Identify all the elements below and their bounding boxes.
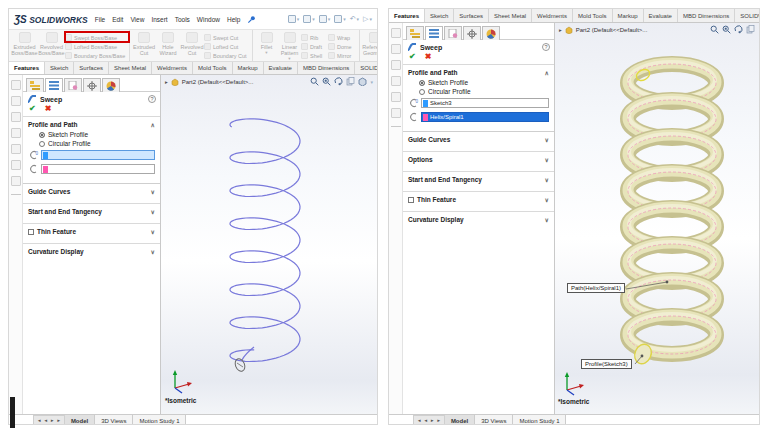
menu-help[interactable]: Help bbox=[227, 16, 240, 23]
sketch-profile-radio[interactable] bbox=[39, 132, 45, 138]
tab-model[interactable]: Model bbox=[65, 415, 95, 425]
menu-file[interactable]: File bbox=[95, 16, 105, 23]
tab-features[interactable]: Features bbox=[9, 62, 45, 74]
study-nav-arrows[interactable]: ◄◄►► bbox=[413, 415, 445, 425]
wrap-button[interactable]: Wrap bbox=[328, 33, 357, 42]
ok-check-icon[interactable]: ✔ bbox=[29, 105, 36, 113]
thin-feature-section[interactable]: Thin Feature∨ bbox=[23, 223, 160, 239]
thin-feature-checkbox[interactable] bbox=[28, 229, 34, 235]
zoom-fit-icon[interactable] bbox=[310, 77, 319, 86]
rib-button[interactable]: Rib bbox=[301, 33, 328, 42]
displaymanager-tab[interactable] bbox=[102, 78, 120, 92]
tree-expand-arrow[interactable]: ▸ bbox=[165, 79, 168, 85]
tab-3d-views[interactable]: 3D Views bbox=[95, 415, 133, 425]
display-style-icon[interactable] bbox=[346, 77, 355, 86]
strip-icon-2[interactable] bbox=[391, 44, 401, 54]
select-icon[interactable]: ▷▾ bbox=[363, 15, 372, 23]
swept-cut-button[interactable]: Swept Cut bbox=[204, 33, 250, 42]
zoom-area-icon[interactable] bbox=[722, 25, 731, 34]
circular-profile-radio[interactable] bbox=[39, 141, 45, 147]
start-end-tangency-section[interactable]: Start and End Tangency∨ bbox=[403, 171, 554, 187]
tab-surfaces[interactable]: Surfaces bbox=[454, 9, 489, 22]
graphics-viewport[interactable]: ▸ Part2 (Default<<Default>... ▾ bbox=[161, 75, 377, 414]
profile-selection-field[interactable]: Sketch3 bbox=[421, 98, 549, 108]
tab-sheet-metal[interactable]: Sheet Metal bbox=[489, 9, 532, 22]
featuremanager-tree-tab[interactable] bbox=[26, 78, 44, 92]
propertymanager-tab[interactable] bbox=[45, 78, 63, 92]
part-tree-label[interactable]: Part2 (Default<<Default>... bbox=[182, 79, 254, 85]
feature-tree-flyout[interactable]: ▸ Part2 (Default<<Default>... bbox=[555, 23, 759, 36]
open-icon[interactable]: ▾ bbox=[303, 15, 315, 23]
tab-weldments[interactable]: Weldments bbox=[532, 9, 573, 22]
mirror-button[interactable]: Mirror bbox=[328, 51, 357, 60]
draft-button[interactable]: Draft bbox=[301, 42, 328, 51]
pin-icon[interactable] bbox=[247, 15, 256, 24]
tab-surfaces[interactable]: Surfaces bbox=[74, 62, 109, 74]
tab-evaluate[interactable]: Evaluate bbox=[264, 62, 298, 74]
profile-and-path-header[interactable]: Profile and Path ∧ bbox=[23, 117, 160, 130]
path-selection-field[interactable] bbox=[41, 164, 155, 174]
help-icon[interactable]: ? bbox=[148, 95, 156, 103]
revolved-cut-button[interactable]: Revolved Cut bbox=[180, 31, 204, 60]
zoom-fit-icon[interactable] bbox=[710, 25, 719, 34]
tab-motion-study-1[interactable]: Motion Study 1 bbox=[513, 415, 566, 425]
feature-tree-flyout[interactable]: ▸ Part2 (Default<<Default>... ▾ bbox=[161, 75, 377, 88]
tab-mbd-dimensions[interactable]: MBD Dimensions bbox=[298, 62, 355, 74]
profile-and-path-header[interactable]: Profile and Path ∧ bbox=[403, 65, 554, 78]
dimxpertmanager-tab[interactable] bbox=[463, 26, 481, 40]
strip-icon-3[interactable] bbox=[391, 60, 401, 70]
menu-tools[interactable]: Tools bbox=[175, 16, 190, 23]
circular-profile-radio-row[interactable]: Circular Profile bbox=[403, 87, 554, 96]
strip-icon-4[interactable] bbox=[11, 128, 21, 138]
featuremanager-tree-tab[interactable] bbox=[406, 26, 424, 40]
guide-curves-section[interactable]: Guide Curves∨ bbox=[403, 131, 554, 147]
menu-view[interactable]: View bbox=[130, 16, 144, 23]
tab-motion-study-1[interactable]: Motion Study 1 bbox=[133, 415, 186, 425]
tree-expand-arrow[interactable]: ▸ bbox=[559, 27, 562, 33]
sketch-profile-radio-row[interactable]: Sketch Profile bbox=[403, 78, 554, 87]
configurationmanager-tab[interactable] bbox=[444, 26, 462, 40]
strip-icon-1[interactable] bbox=[391, 28, 401, 38]
boundary-cut-button[interactable]: Boundary Cut bbox=[204, 51, 250, 60]
circular-profile-radio-row[interactable]: Circular Profile bbox=[23, 139, 160, 148]
strip-icon-7[interactable] bbox=[11, 176, 21, 186]
zoom-area-icon[interactable] bbox=[322, 77, 331, 86]
rotate-view-icon[interactable] bbox=[734, 25, 743, 34]
path-selection-field[interactable]: Helix/Spiral1 bbox=[421, 112, 549, 122]
revolved-boss-base-button[interactable]: Revolved Boss/Base bbox=[38, 31, 65, 60]
new-document-icon[interactable]: ▾ bbox=[288, 15, 300, 23]
sketch-profile-radio-row[interactable]: Sketch Profile bbox=[23, 130, 160, 139]
tab-weldments[interactable]: Weldments bbox=[152, 62, 193, 74]
undo-icon[interactable]: ↶▾ bbox=[350, 15, 359, 23]
display-style-icon[interactable] bbox=[746, 25, 755, 34]
profile-selection-field[interactable] bbox=[41, 150, 155, 160]
help-icon[interactable]: ? bbox=[542, 43, 550, 51]
print-icon[interactable]: ▾ bbox=[334, 15, 346, 23]
cancel-x-icon[interactable]: ✖ bbox=[425, 53, 432, 61]
tab-mold-tools[interactable]: Mold Tools bbox=[193, 62, 233, 74]
hole-wizard-button[interactable]: Hole Wizard bbox=[156, 31, 180, 60]
strip-icon-3[interactable] bbox=[11, 112, 21, 122]
strip-icon-2[interactable] bbox=[11, 96, 21, 106]
extruded-boss-base-button[interactable]: Extruded Boss/Base bbox=[11, 31, 38, 60]
fillet-button[interactable]: Fillet▾ bbox=[255, 31, 278, 60]
save-icon[interactable]: ▾ bbox=[319, 15, 331, 23]
graphics-viewport[interactable]: ▸ Part2 (Default<<Default>... bbox=[555, 23, 759, 414]
sketch-profile-radio[interactable] bbox=[419, 80, 425, 86]
strip-icon-1[interactable] bbox=[11, 80, 21, 90]
ok-check-icon[interactable]: ✔ bbox=[409, 53, 416, 61]
thin-feature-section[interactable]: Thin Feature∨ bbox=[403, 191, 554, 207]
boundary-boss-base-button[interactable]: Boundary Boss/Base bbox=[65, 51, 127, 60]
tab-sheet-metal[interactable]: Sheet Metal bbox=[109, 62, 152, 74]
tab-features[interactable]: Features bbox=[389, 9, 425, 22]
menu-insert[interactable]: Insert bbox=[151, 16, 167, 23]
strip-icon-5[interactable] bbox=[11, 144, 21, 154]
tab-evaluate[interactable]: Evaluate bbox=[644, 9, 678, 22]
cancel-x-icon[interactable]: ✖ bbox=[45, 105, 52, 113]
propertymanager-tab[interactable] bbox=[425, 26, 443, 40]
strip-icon-6[interactable] bbox=[11, 160, 21, 170]
reference-geometry-button[interactable]: Reference Geometry bbox=[362, 31, 377, 60]
caret-down-icon[interactable]: ▾ bbox=[370, 79, 373, 85]
tab-markup[interactable]: Markup bbox=[613, 9, 644, 22]
thin-feature-checkbox[interactable] bbox=[408, 197, 414, 203]
